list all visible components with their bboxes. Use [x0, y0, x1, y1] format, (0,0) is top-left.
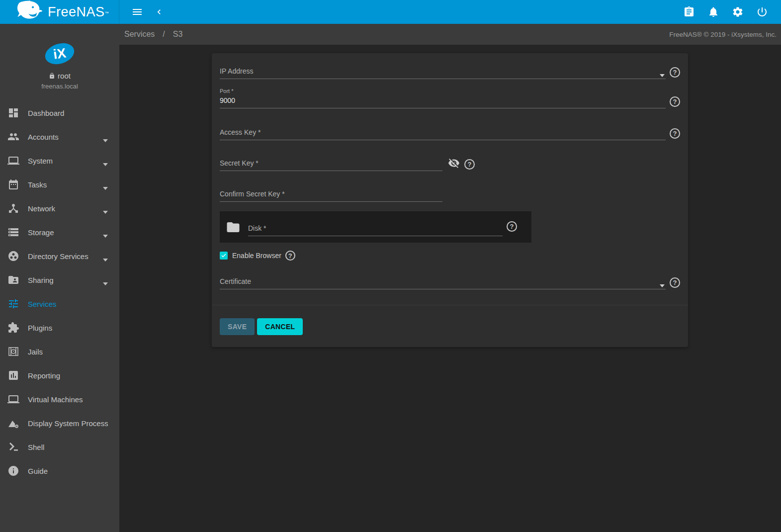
certificate-select[interactable] — [220, 275, 666, 289]
breadcrumb-s3: S3 — [173, 30, 183, 39]
chevron-down-icon — [103, 255, 108, 258]
sidebar-nav: Dashboard Accounts System Tasks Network — [0, 101, 119, 483]
cancel-button[interactable]: CANCEL — [257, 318, 303, 335]
ip-address-help-icon[interactable]: ? — [670, 67, 680, 78]
ix-systems-logo: iX — [42, 40, 77, 68]
notifications-button[interactable] — [707, 6, 719, 18]
sidebar-item-reporting[interactable]: Reporting — [0, 363, 119, 387]
sidebar-item-virtual-machines[interactable]: Virtual Machines — [0, 387, 119, 411]
copyright-text: FreeNAS® © 2019 - iXsystems, Inc. — [669, 31, 777, 38]
visibility-off-icon — [448, 157, 460, 169]
disk-input[interactable] — [248, 222, 503, 236]
disk-explorer-panel: ? — [220, 211, 531, 243]
certificate-help-icon[interactable]: ? — [670, 277, 680, 288]
secret-key-help-icon[interactable]: ? — [464, 159, 475, 170]
people-icon — [7, 131, 19, 143]
collapse-sidebar-button[interactable] — [153, 6, 165, 18]
access-key-help-icon[interactable]: ? — [670, 128, 680, 139]
confirm-secret-key-input[interactable] — [220, 188, 442, 202]
check-icon — [221, 253, 227, 259]
sidebar-item-display-system-processes[interactable]: Display System Processes — [0, 411, 119, 435]
sidebar-item-dashboard[interactable]: Dashboard — [0, 101, 119, 125]
chevron-left-icon — [154, 7, 164, 17]
username: root — [58, 72, 71, 80]
tune-sliders-icon — [7, 298, 19, 310]
settings-button[interactable] — [732, 6, 744, 18]
power-button[interactable] — [756, 6, 768, 18]
info-icon — [7, 465, 19, 477]
chevron-down-icon — [103, 135, 108, 138]
menu-toggle-button[interactable] — [131, 6, 143, 18]
enable-browser-help-icon[interactable]: ? — [285, 251, 295, 261]
port-input[interactable] — [220, 94, 666, 108]
sidebar-item-shell[interactable]: Shell — [0, 435, 119, 459]
chevron-down-icon — [103, 183, 108, 186]
secret-key-input[interactable] — [220, 157, 442, 171]
lock-icon — [49, 73, 55, 79]
brand-trademark: ™ — [105, 11, 109, 15]
sidebar-item-services[interactable]: Services — [0, 292, 119, 316]
storage-icon — [7, 226, 19, 238]
port-label: Port * — [220, 88, 666, 94]
freenas-shark-logo-icon — [15, 0, 44, 23]
calendar-icon — [7, 178, 19, 190]
chevron-down-icon — [103, 231, 108, 234]
breadcrumb-separator: / — [163, 30, 165, 39]
jail-cage-icon — [7, 346, 19, 357]
puzzle-icon — [7, 322, 19, 334]
power-icon — [756, 6, 768, 18]
sidebar-item-plugins[interactable]: Plugins — [0, 316, 119, 340]
bell-icon — [707, 6, 719, 18]
dropdown-arrow-icon[interactable] — [660, 70, 665, 73]
brand-area: FreeNAS ™ — [0, 0, 119, 24]
clipboard-icon — [683, 6, 695, 18]
s3-config-card: ? Port * ? ? — [212, 53, 688, 347]
logged-in-user: root — [0, 72, 119, 80]
chevron-down-icon — [103, 278, 108, 281]
dashboard-icon — [7, 107, 19, 119]
terminal-icon — [7, 441, 19, 453]
task-manager-button[interactable] — [683, 6, 695, 18]
chevron-down-icon — [103, 159, 108, 162]
computer-icon — [7, 155, 19, 167]
sidebar-item-storage[interactable]: Storage — [0, 220, 119, 244]
breadcrumb-services[interactable]: Services — [124, 30, 155, 39]
folder-icon[interactable] — [226, 220, 241, 235]
hamburger-icon — [131, 6, 143, 18]
hostname: freenas.local — [0, 83, 119, 90]
ip-address-select[interactable] — [220, 65, 666, 79]
enable-browser-checkbox[interactable] — [220, 252, 228, 260]
top-bar: FreeNAS ™ — [0, 0, 781, 24]
sidebar-item-guide[interactable]: Guide — [0, 459, 119, 483]
access-key-input[interactable] — [220, 126, 666, 140]
sidebar-item-network[interactable]: Network — [0, 196, 119, 220]
sidebar-item-system[interactable]: System — [0, 149, 119, 173]
save-button[interactable]: SAVE — [220, 318, 255, 335]
port-help-icon[interactable]: ? — [670, 96, 680, 107]
chevron-down-icon — [103, 207, 108, 210]
network-hub-icon — [7, 202, 19, 214]
sidebar-item-jails[interactable]: Jails — [0, 340, 119, 363]
group-work-icon — [7, 250, 19, 262]
dropdown-arrow-icon[interactable] — [660, 280, 665, 283]
folder-shared-icon — [7, 274, 19, 286]
sidebar-item-tasks[interactable]: Tasks — [0, 173, 119, 196]
disk-help-icon[interactable]: ? — [507, 221, 517, 232]
sidebar-item-accounts[interactable]: Accounts — [0, 125, 119, 149]
breadcrumb: Services / S3 FreeNAS® © 2019 - iXsystem… — [119, 24, 781, 45]
gear-icon — [732, 6, 744, 18]
brand-wordmark: FreeNAS — [48, 4, 105, 20]
sidebar: iX root freenas.local Dashboard Accounts… — [0, 24, 119, 532]
area-chart-gear-icon — [7, 417, 19, 429]
sidebar-item-sharing[interactable]: Sharing — [0, 268, 119, 292]
laptop-icon — [7, 393, 19, 405]
toggle-secret-visibility-button[interactable] — [447, 157, 460, 170]
enable-browser-label: Enable Browser — [232, 252, 281, 260]
bar-chart-icon — [7, 369, 19, 381]
sidebar-item-directory-services[interactable]: Directory Services — [0, 244, 119, 268]
main-content: ? Port * ? ? — [119, 45, 781, 532]
